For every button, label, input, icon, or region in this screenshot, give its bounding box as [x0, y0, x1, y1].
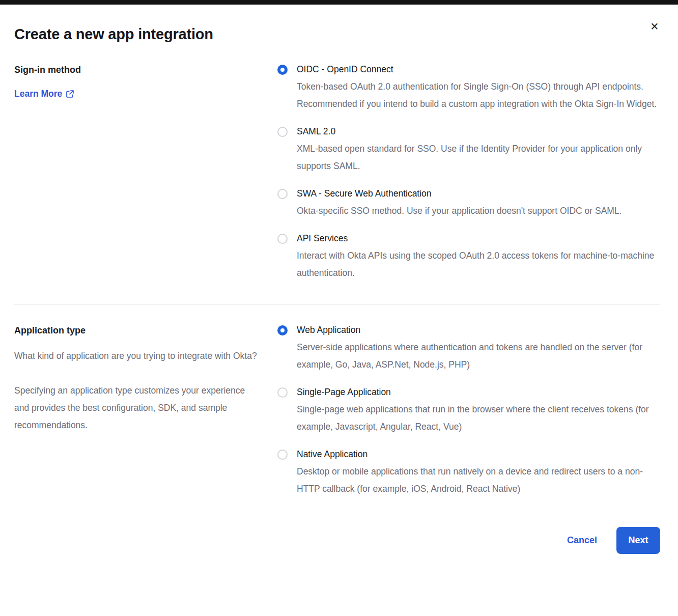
section-divider — [14, 304, 660, 304]
learn-more-label: Learn More — [14, 89, 62, 99]
radio-unselected-icon[interactable] — [277, 387, 288, 398]
radio-option-native-application[interactable]: Native Application Desktop or mobile app… — [277, 449, 660, 497]
cancel-button[interactable]: Cancel — [567, 535, 597, 546]
option-label: SWA - Secure Web Authentication — [297, 188, 660, 199]
option-description: Interact with Okta APIs using the scoped… — [297, 247, 660, 282]
radio-option-web-application[interactable]: Web Application Server-side applications… — [277, 325, 660, 373]
radio-option-oidc[interactable]: OIDC - OpenID Connect Token-based OAuth … — [277, 64, 660, 113]
external-link-icon — [66, 90, 74, 98]
page-title: Create a new app integration — [14, 26, 678, 43]
radio-option-single-page-application[interactable]: Single-Page Application Single-page web … — [277, 387, 660, 435]
application-type-explanation: Specifying an application type customize… — [14, 382, 259, 434]
radio-unselected-icon[interactable] — [277, 450, 288, 460]
radio-selected-icon[interactable] — [277, 65, 288, 75]
overlay-top-bar — [0, 0, 678, 5]
radio-unselected-icon[interactable] — [277, 127, 288, 137]
radio-selected-icon[interactable] — [277, 325, 288, 335]
option-description: Okta-specific SSO method. Use if your ap… — [297, 202, 660, 219]
option-description: Desktop or mobile applications that run … — [297, 463, 660, 497]
next-button[interactable]: Next — [616, 527, 660, 554]
radio-option-swa[interactable]: SWA - Secure Web Authentication Okta-spe… — [277, 188, 660, 219]
option-label: Web Application — [297, 325, 660, 335]
radio-option-saml[interactable]: SAML 2.0 XML-based open standard for SSO… — [277, 126, 660, 175]
application-type-question: What kind of application are you trying … — [14, 347, 259, 365]
signin-method-heading: Sign-in method — [14, 64, 277, 75]
option-label: Native Application — [297, 449, 660, 460]
radio-unselected-icon[interactable] — [277, 189, 288, 199]
option-label: SAML 2.0 — [297, 126, 660, 137]
option-description: XML-based open standard for SSO. Use if … — [297, 140, 660, 175]
application-type-section: Application type What kind of applicatio… — [0, 325, 678, 497]
learn-more-link[interactable]: Learn More — [14, 89, 74, 99]
radio-option-api-services[interactable]: API Services Interact with Okta APIs usi… — [277, 233, 660, 282]
close-icon[interactable]: × — [645, 17, 664, 36]
radio-unselected-icon[interactable] — [277, 234, 288, 244]
dialog-footer: Cancel Next — [0, 527, 678, 554]
option-description: Token-based OAuth 2.0 authentication for… — [297, 78, 660, 113]
option-description: Server-side applications where authentic… — [297, 339, 660, 373]
option-label: API Services — [297, 233, 660, 244]
application-type-heading: Application type — [14, 325, 277, 336]
option-label: Single-Page Application — [297, 387, 660, 398]
option-label: OIDC - OpenID Connect — [297, 64, 660, 75]
option-description: Single-page web applications that run in… — [297, 401, 660, 435]
signin-method-section: Sign-in method Learn More OIDC - OpenID … — [0, 64, 678, 282]
